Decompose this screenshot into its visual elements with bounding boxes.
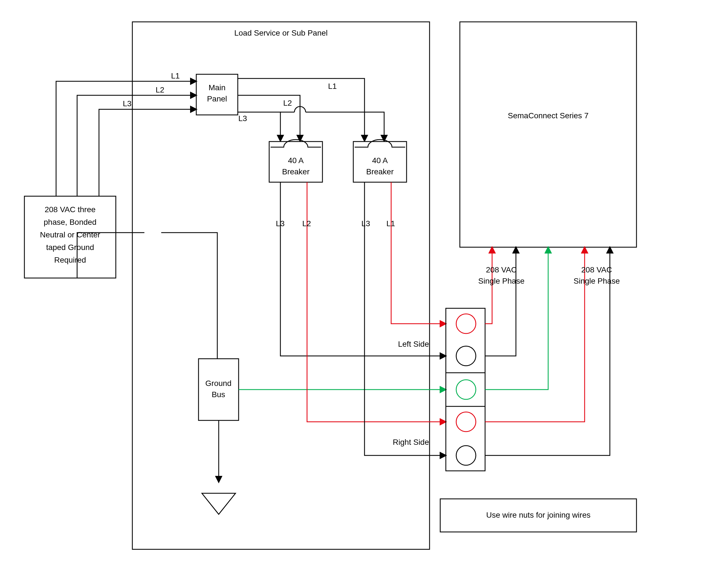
- earth-icon: [202, 493, 236, 514]
- terminal-5-black: [456, 446, 476, 465]
- left-side-lbl: Left Side: [398, 340, 429, 349]
- terminal-2-black: [456, 346, 476, 366]
- hint-text: Use wire nuts for joining wires: [486, 511, 591, 519]
- terminal-1-red: [456, 314, 476, 334]
- label-L2-in: L2: [156, 85, 164, 94]
- v-right-b: Single Phase: [573, 277, 620, 285]
- panel-title: Load Service or Sub Panel: [234, 28, 327, 37]
- power-l1: 208 VAC three: [45, 205, 96, 214]
- right-side-lbl: Right Side: [393, 438, 429, 446]
- main-panel-l2: Panel: [207, 94, 227, 103]
- label-L2-out: L2: [283, 99, 292, 107]
- v-left-a: 208 VAC: [486, 266, 517, 274]
- wire-L3-in: [99, 109, 196, 196]
- lbl-brk2-L1: L1: [386, 219, 395, 228]
- power-l5: Required: [54, 256, 86, 264]
- power-l3: Neutral or Center: [40, 230, 100, 239]
- terminal-column: [446, 308, 485, 471]
- wire-L2-term: [307, 233, 446, 422]
- label-L3-out: L3: [238, 114, 247, 123]
- wire-L2-in: [77, 95, 196, 196]
- terminal-3-green: [456, 380, 476, 399]
- device-box: [460, 22, 636, 247]
- breaker2-b: Breaker: [366, 167, 394, 176]
- power-l4: taped Ground: [46, 243, 94, 252]
- v-right-a: 208 VAC: [581, 266, 612, 274]
- lbl-brk1-L3: L3: [276, 219, 285, 228]
- wire-L3a-term: [280, 233, 446, 356]
- breaker1-b: Breaker: [282, 167, 310, 176]
- breaker1-a: 40 A: [288, 156, 304, 165]
- wire-L1-out: [238, 79, 365, 141]
- dev-wire-blk-left: [485, 247, 516, 356]
- wire-L1-term: [391, 233, 446, 324]
- power-l2: phase, Bonded: [44, 218, 97, 227]
- label-L1-in: L1: [171, 71, 180, 80]
- breaker2-a: 40 A: [372, 156, 388, 165]
- main-panel-l1: Main: [209, 83, 226, 92]
- terminal-4-red: [456, 412, 476, 432]
- label-L1-out: L1: [328, 82, 337, 90]
- gbus-l2: Bus: [212, 390, 225, 399]
- label-L3-in: L3: [123, 99, 131, 108]
- lbl-brk2-L3: L3: [362, 219, 370, 228]
- gbus-l1: Ground: [205, 379, 231, 387]
- v-left-b: Single Phase: [478, 277, 524, 285]
- device-name: SemaConnect Series 7: [508, 111, 589, 120]
- wiring-diagram: Load Service or Sub Panel Main Panel 208…: [0, 0, 715, 588]
- lbl-brk1-L2: L2: [302, 219, 311, 228]
- dev-wire-red-left: [485, 247, 492, 324]
- wire-L3-out-b: [280, 106, 384, 141]
- sub-panel-box: [132, 22, 430, 549]
- ground-bus: [199, 359, 239, 420]
